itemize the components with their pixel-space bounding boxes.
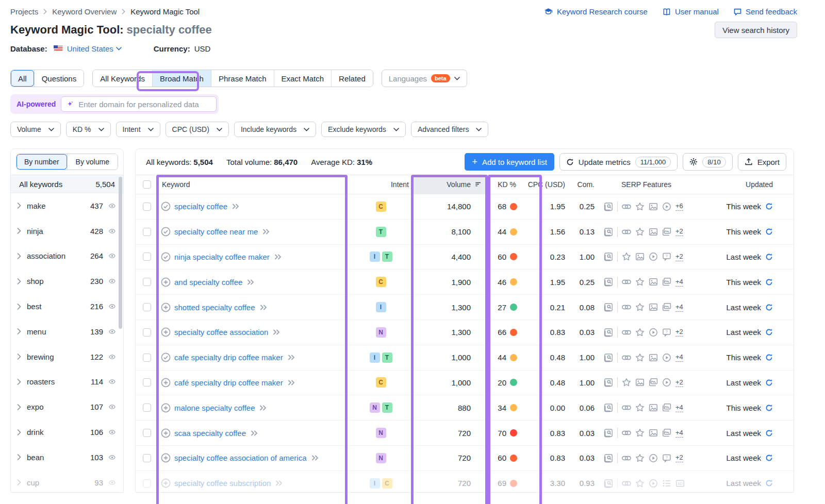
chevron-right-icon[interactable]	[17, 354, 21, 360]
serp-preview-icon[interactable]	[604, 202, 613, 211]
col-kd[interactable]: KD %	[489, 175, 521, 194]
expand-keyword-icon[interactable]	[260, 305, 267, 310]
sidebar-group-menu[interactable]: menu 139	[11, 319, 123, 344]
toggle-by-number[interactable]: By number	[16, 154, 67, 170]
chevron-right-icon[interactable]	[17, 278, 21, 284]
sidebar-scrollbar[interactable]	[119, 177, 122, 329]
eye-icon[interactable]	[107, 303, 117, 310]
row-checkbox[interactable]	[143, 228, 151, 236]
keyword-link[interactable]: specialty coffee	[174, 202, 227, 211]
filter-volume[interactable]: Volume	[10, 122, 61, 137]
filter-include-keywords[interactable]: Include keywords	[234, 122, 316, 137]
refresh-icon[interactable]	[765, 304, 773, 311]
eye-icon[interactable]	[107, 429, 117, 435]
eye-icon[interactable]	[107, 404, 117, 410]
filter-kd-[interactable]: KD %	[66, 122, 111, 137]
sidebar-group-roasters[interactable]: roasters 114	[11, 369, 123, 395]
refresh-icon[interactable]	[765, 404, 773, 412]
row-checkbox[interactable]	[143, 253, 151, 261]
sidebar-group-bean[interactable]: bean 103	[11, 445, 123, 470]
eye-icon[interactable]	[107, 354, 117, 360]
sidebar-group-make[interactable]: make 437	[11, 193, 123, 219]
add-circle-icon[interactable]	[161, 303, 171, 312]
refresh-icon[interactable]	[765, 379, 773, 387]
chevron-right-icon[interactable]	[17, 479, 21, 485]
chevron-right-icon[interactable]	[17, 454, 21, 460]
refresh-icon[interactable]	[765, 328, 773, 336]
row-checkbox[interactable]	[143, 454, 151, 462]
col-volume[interactable]: Volume	[413, 175, 489, 194]
eye-icon[interactable]	[107, 454, 117, 461]
tab-related[interactable]: Related	[331, 70, 373, 87]
languages-dropdown[interactable]: Languages beta	[382, 70, 467, 87]
refresh-icon[interactable]	[765, 479, 773, 487]
chevron-right-icon[interactable]	[17, 253, 21, 259]
settings-button[interactable]: 8/10	[683, 153, 732, 171]
toggle-by-volume[interactable]: By volume	[67, 154, 118, 170]
expand-keyword-icon[interactable]	[273, 329, 280, 335]
serp-preview-icon[interactable]	[604, 277, 613, 287]
domain-input[interactable]	[78, 100, 211, 109]
eye-icon[interactable]	[107, 378, 117, 385]
refresh-icon[interactable]	[765, 253, 773, 261]
eye-icon[interactable]	[107, 328, 117, 335]
refresh-icon[interactable]	[765, 278, 773, 286]
manual-link[interactable]: User manual	[662, 7, 719, 16]
serp-preview-icon[interactable]	[604, 403, 613, 412]
sidebar-group-expo[interactable]: expo 107	[11, 394, 123, 419]
keyword-link[interactable]: café specialty drip coffee maker	[174, 378, 283, 387]
col-updated[interactable]: Updated	[694, 175, 794, 194]
expand-keyword-icon[interactable]	[251, 430, 258, 436]
serp-preview-icon[interactable]	[604, 479, 613, 488]
keyword-link[interactable]: ninja specialty coffee maker	[174, 253, 270, 261]
expand-keyword-icon[interactable]	[247, 279, 254, 285]
refresh-icon[interactable]	[765, 354, 773, 361]
expand-keyword-icon[interactable]	[232, 204, 239, 209]
serp-preview-icon[interactable]	[604, 227, 613, 237]
database-select[interactable]: United States	[67, 44, 122, 53]
keyword-link[interactable]: shotted specialty coffee	[174, 303, 255, 312]
eye-icon[interactable]	[107, 479, 117, 486]
row-checkbox[interactable]	[143, 303, 151, 311]
tab-broad-match[interactable]: Broad Match	[152, 70, 211, 87]
row-checkbox[interactable]	[143, 328, 151, 337]
serp-more-link[interactable]: +2	[675, 328, 683, 337]
serp-preview-icon[interactable]	[604, 252, 613, 261]
sidebar-group-drink[interactable]: drink 106	[11, 419, 123, 445]
keyword-link[interactable]: specialty coffee association of america	[174, 453, 307, 462]
tab-all[interactable]: All	[11, 70, 34, 87]
serp-preview-icon[interactable]	[604, 378, 613, 387]
all-keywords-group[interactable]: All keywords5,504	[11, 175, 123, 193]
sidebar-group-association[interactable]: association 264	[11, 244, 123, 269]
expand-keyword-icon[interactable]	[288, 380, 295, 385]
serp-preview-icon[interactable]	[604, 428, 613, 438]
eye-icon[interactable]	[107, 228, 117, 234]
filter-intent[interactable]: Intent	[116, 122, 160, 137]
tab-questions[interactable]: Questions	[34, 70, 84, 87]
breadcrumb-item[interactable]: Keyword Overview	[52, 7, 117, 16]
filter-exclude-keywords[interactable]: Exclude keywords	[321, 122, 406, 137]
serp-more-link[interactable]: +2	[675, 453, 683, 462]
tab-all-keywords[interactable]: All Keywords	[93, 70, 152, 87]
sidebar-group-ninja[interactable]: ninja 428	[11, 219, 123, 244]
select-all-checkbox[interactable]	[143, 180, 151, 189]
row-checkbox[interactable]	[143, 354, 151, 362]
col-cpc[interactable]: CPC (USD)	[521, 175, 568, 194]
col-keyword[interactable]: Keyword	[158, 175, 349, 194]
serp-more-link[interactable]: +2	[675, 227, 683, 236]
chevron-right-icon[interactable]	[17, 379, 21, 385]
keyword-link[interactable]: specialty coffee subscription	[174, 479, 271, 488]
check-circle-icon[interactable]	[161, 352, 171, 362]
serp-more-link[interactable]: +2	[675, 378, 683, 387]
row-checkbox[interactable]	[143, 278, 151, 286]
serp-more-link[interactable]: +4	[675, 303, 683, 312]
add-to-keyword-list-button[interactable]: +Add to keyword list	[465, 153, 554, 171]
chevron-right-icon[interactable]	[17, 228, 21, 234]
sidebar-group-best[interactable]: best 216	[11, 294, 123, 319]
tab-exact-match[interactable]: Exact Match	[274, 70, 332, 87]
chevron-right-icon[interactable]	[17, 429, 21, 435]
check-circle-icon[interactable]	[161, 201, 171, 211]
add-circle-icon[interactable]	[161, 378, 171, 388]
chevron-right-icon[interactable]	[17, 304, 21, 310]
serp-more-link[interactable]: +6	[675, 202, 683, 211]
